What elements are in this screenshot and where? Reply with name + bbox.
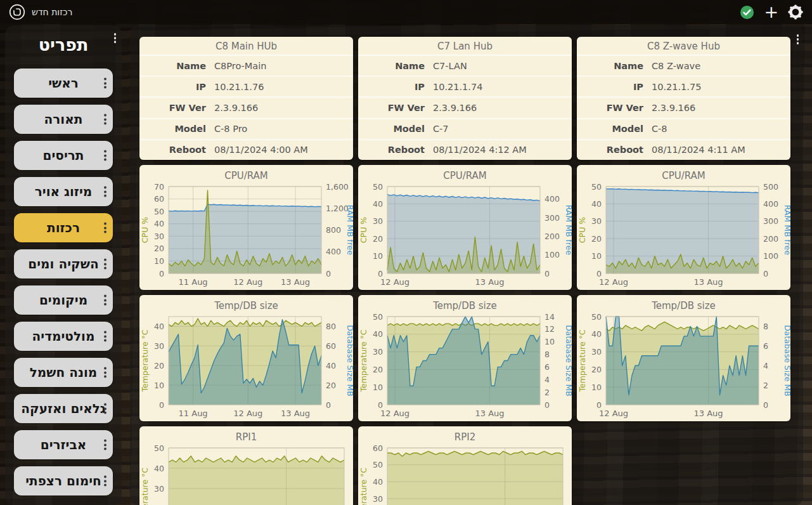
svg-text:40: 40 (591, 199, 602, 209)
cpu-ram-chart-c7-lan: 01020304050010020030040012 Aug13 AugCPU … (358, 181, 572, 290)
svg-text:0: 0 (326, 400, 331, 410)
field-value: C8Pro-Main (214, 61, 266, 71)
svg-text:50: 50 (154, 443, 164, 453)
svg-text:400: 400 (763, 199, 778, 209)
svg-text:40: 40 (591, 329, 602, 339)
svg-text:1,600: 1,600 (326, 182, 349, 192)
sidebar-item-floor-heating[interactable]: חימום רצפתי (14, 466, 113, 495)
field-value: 08/11/2024 4:12 AM (433, 145, 527, 155)
svg-text:0: 0 (159, 269, 164, 279)
sidebar-item-accessories[interactable]: אביזרים (14, 430, 113, 459)
rpi1-temperature-chart: 01020304050Temperature °C (139, 443, 353, 505)
content-kebab-menu-icon[interactable] (797, 34, 799, 44)
kebab-menu-icon[interactable] (104, 476, 106, 487)
svg-text:Database Size MB: Database Size MB (783, 325, 790, 397)
info-row: ModelC-7 (358, 118, 572, 139)
svg-text:12 Aug: 12 Aug (380, 277, 409, 287)
kebab-menu-icon[interactable] (104, 331, 106, 342)
temp-db-chart-c7-lan: 010203040500246810121412 Aug13 AugTemper… (358, 312, 572, 421)
svg-text:200: 200 (763, 234, 778, 244)
svg-text:40: 40 (373, 477, 383, 487)
sidebar-item-main[interactable]: ראשי (14, 69, 113, 98)
svg-text:20: 20 (591, 234, 602, 244)
card-title: C7 Lan Hub (358, 37, 572, 55)
kebab-menu-icon[interactable] (104, 440, 106, 450)
sidebar-item-sensors-alarm[interactable]: גלאים ואזעקה (14, 394, 113, 423)
sidebar-title: תפריט (5, 25, 122, 62)
sidebar-item-lighting[interactable]: תאורה (14, 105, 113, 134)
sidebar-item-irrigation[interactable]: השקיה ומים (14, 249, 113, 279)
svg-text:400: 400 (545, 194, 560, 204)
svg-text:200: 200 (545, 232, 560, 241)
svg-text:50: 50 (591, 312, 602, 322)
svg-text:13 Aug: 13 Aug (281, 409, 310, 418)
field-label: Name (358, 61, 425, 71)
field-label: IP (577, 82, 643, 92)
kebab-menu-icon[interactable] (104, 223, 106, 233)
sidebar-item-label: גלאים ואזעקה (21, 401, 106, 416)
kebab-menu-icon[interactable] (104, 78, 106, 89)
svg-text:10: 10 (154, 381, 164, 390)
svg-text:30: 30 (154, 484, 164, 494)
kebab-menu-icon[interactable] (104, 259, 106, 270)
info-row: Reboot08/11/2024 4:12 AM (358, 139, 572, 160)
sidebar-kebab-menu-icon[interactable] (114, 33, 117, 43)
svg-text:Temperature °C: Temperature °C (359, 329, 368, 392)
field-label: Reboot (139, 145, 206, 155)
kebab-menu-icon[interactable] (104, 403, 106, 414)
kebab-menu-icon[interactable] (104, 150, 106, 161)
svg-text:8: 8 (763, 322, 768, 331)
sidebar-item-label: תאורה (44, 112, 83, 127)
svg-text:Temperature °C: Temperature °C (140, 329, 150, 392)
sidebar-item-hvac[interactable]: מיזוג אויר (14, 177, 113, 206)
sidebar-item-power-meter[interactable]: מונה חשמל (14, 358, 113, 387)
sidebar-item-label: מיזוג אויר (35, 184, 93, 199)
top-bar: רכזות חדש + (0, 0, 812, 24)
field-label: IP (358, 82, 425, 92)
gear-icon[interactable] (788, 4, 803, 20)
field-label: Name (577, 61, 643, 71)
info-row: IP10.21.1.76 (139, 75, 353, 96)
svg-text:400: 400 (326, 247, 341, 256)
chart-title: RPI2 (358, 426, 572, 443)
svg-text:13 Aug: 13 Aug (693, 277, 723, 287)
field-value: 10.21.1.75 (652, 82, 701, 92)
info-row: FW Ver2.3.9.166 (358, 96, 572, 117)
svg-text:12 Aug: 12 Aug (599, 409, 628, 418)
field-label: FW Ver (577, 103, 643, 113)
svg-text:40: 40 (154, 464, 164, 473)
sidebar-item-hubs[interactable]: רכזות (14, 213, 113, 242)
sidebar-item-label: מיקומים (39, 292, 87, 308)
temp-db-chart-c8-main: 01020304002040608011 Aug12 Aug13 AugTemp… (139, 312, 353, 421)
kebab-menu-icon[interactable] (104, 295, 106, 306)
sidebar-item-multimedia[interactable]: מולטימדיה (14, 322, 113, 351)
sidebar-item-locations[interactable]: מיקומים (14, 285, 113, 315)
hub-info-card-c8-zwave: C8 Z-wave Hub NameC8 Z-wave IP10.21.1.75… (577, 37, 790, 160)
svg-text:12 Aug: 12 Aug (599, 277, 628, 287)
sidebar-item-label: חימום רצפתי (25, 473, 101, 489)
chart-title: CPU/RAM (577, 165, 790, 181)
chart-title: Temp/DB size (139, 295, 353, 312)
field-value: C-8 (652, 124, 667, 134)
kebab-menu-icon[interactable] (104, 367, 106, 378)
svg-text:4: 4 (545, 375, 550, 384)
cpu-ram-chart-c8-main: 01020304050607004008001,2001,60011 Aug12… (139, 181, 353, 290)
info-row: ModelC-8 (577, 118, 790, 139)
field-label: IP (139, 82, 206, 92)
svg-text:20: 20 (373, 234, 383, 244)
kebab-menu-icon[interactable] (104, 187, 106, 197)
hub-logo-icon[interactable] (9, 4, 25, 20)
svg-text:1,200: 1,200 (326, 204, 349, 213)
plus-icon[interactable]: + (764, 6, 778, 18)
svg-text:300: 300 (545, 213, 560, 223)
kebab-menu-icon[interactable] (104, 114, 106, 125)
sidebar-item-shutters[interactable]: תריסים (14, 141, 113, 170)
svg-text:30: 30 (591, 216, 602, 226)
check-circle-icon[interactable] (740, 5, 754, 20)
svg-text:40: 40 (373, 199, 383, 209)
field-value: 2.3.9.166 (214, 103, 258, 113)
card-title: C8 Z-wave Hub (577, 37, 790, 55)
svg-text:30: 30 (154, 232, 164, 241)
svg-text:50: 50 (373, 182, 383, 192)
rpi1-chart-card: RPI1 01020304050Temperature °C (139, 426, 353, 505)
